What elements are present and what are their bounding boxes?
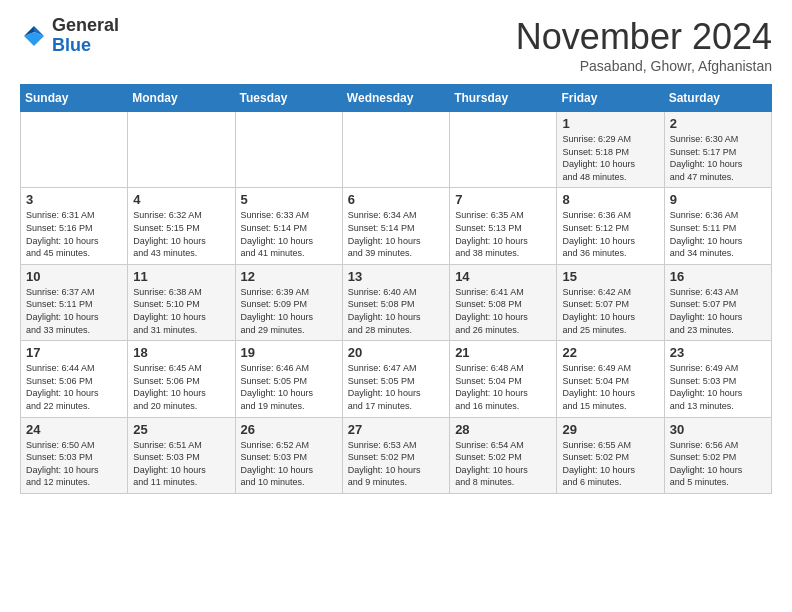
day-info: Sunrise: 6:55 AM Sunset: 5:02 PM Dayligh…	[562, 439, 658, 489]
day-info: Sunrise: 6:30 AM Sunset: 5:17 PM Dayligh…	[670, 133, 766, 183]
day-number: 22	[562, 345, 658, 360]
calendar-week-4: 24Sunrise: 6:50 AM Sunset: 5:03 PM Dayli…	[21, 417, 772, 493]
day-number: 8	[562, 192, 658, 207]
weekday-header-thursday: Thursday	[450, 85, 557, 112]
calendar-cell: 10Sunrise: 6:37 AM Sunset: 5:11 PM Dayli…	[21, 264, 128, 340]
calendar-cell: 28Sunrise: 6:54 AM Sunset: 5:02 PM Dayli…	[450, 417, 557, 493]
day-info: Sunrise: 6:35 AM Sunset: 5:13 PM Dayligh…	[455, 209, 551, 259]
calendar-cell: 29Sunrise: 6:55 AM Sunset: 5:02 PM Dayli…	[557, 417, 664, 493]
day-number: 25	[133, 422, 229, 437]
day-info: Sunrise: 6:56 AM Sunset: 5:02 PM Dayligh…	[670, 439, 766, 489]
weekday-header-sunday: Sunday	[21, 85, 128, 112]
header: General Blue November 2024 Pasaband, Gho…	[20, 16, 772, 74]
day-info: Sunrise: 6:31 AM Sunset: 5:16 PM Dayligh…	[26, 209, 122, 259]
weekday-header-tuesday: Tuesday	[235, 85, 342, 112]
logo-text: General Blue	[52, 16, 119, 56]
calendar-cell: 19Sunrise: 6:46 AM Sunset: 5:05 PM Dayli…	[235, 341, 342, 417]
calendar-cell: 12Sunrise: 6:39 AM Sunset: 5:09 PM Dayli…	[235, 264, 342, 340]
calendar-cell: 14Sunrise: 6:41 AM Sunset: 5:08 PM Dayli…	[450, 264, 557, 340]
day-info: Sunrise: 6:54 AM Sunset: 5:02 PM Dayligh…	[455, 439, 551, 489]
calendar-cell: 20Sunrise: 6:47 AM Sunset: 5:05 PM Dayli…	[342, 341, 449, 417]
day-info: Sunrise: 6:51 AM Sunset: 5:03 PM Dayligh…	[133, 439, 229, 489]
day-number: 29	[562, 422, 658, 437]
weekday-header-saturday: Saturday	[664, 85, 771, 112]
day-info: Sunrise: 6:53 AM Sunset: 5:02 PM Dayligh…	[348, 439, 444, 489]
weekday-header-monday: Monday	[128, 85, 235, 112]
day-number: 15	[562, 269, 658, 284]
calendar-week-0: 1Sunrise: 6:29 AM Sunset: 5:18 PM Daylig…	[21, 112, 772, 188]
calendar-cell: 7Sunrise: 6:35 AM Sunset: 5:13 PM Daylig…	[450, 188, 557, 264]
day-info: Sunrise: 6:43 AM Sunset: 5:07 PM Dayligh…	[670, 286, 766, 336]
calendar-cell: 18Sunrise: 6:45 AM Sunset: 5:06 PM Dayli…	[128, 341, 235, 417]
day-number: 13	[348, 269, 444, 284]
calendar-cell: 25Sunrise: 6:51 AM Sunset: 5:03 PM Dayli…	[128, 417, 235, 493]
day-number: 2	[670, 116, 766, 131]
day-number: 28	[455, 422, 551, 437]
calendar-cell: 22Sunrise: 6:49 AM Sunset: 5:04 PM Dayli…	[557, 341, 664, 417]
calendar-cell: 15Sunrise: 6:42 AM Sunset: 5:07 PM Dayli…	[557, 264, 664, 340]
calendar-cell: 26Sunrise: 6:52 AM Sunset: 5:03 PM Dayli…	[235, 417, 342, 493]
day-info: Sunrise: 6:44 AM Sunset: 5:06 PM Dayligh…	[26, 362, 122, 412]
calendar-cell: 16Sunrise: 6:43 AM Sunset: 5:07 PM Dayli…	[664, 264, 771, 340]
day-number: 3	[26, 192, 122, 207]
calendar-week-3: 17Sunrise: 6:44 AM Sunset: 5:06 PM Dayli…	[21, 341, 772, 417]
calendar-cell: 8Sunrise: 6:36 AM Sunset: 5:12 PM Daylig…	[557, 188, 664, 264]
day-number: 30	[670, 422, 766, 437]
day-number: 27	[348, 422, 444, 437]
calendar-cell	[342, 112, 449, 188]
day-number: 19	[241, 345, 337, 360]
day-info: Sunrise: 6:49 AM Sunset: 5:04 PM Dayligh…	[562, 362, 658, 412]
calendar-cell: 2Sunrise: 6:30 AM Sunset: 5:17 PM Daylig…	[664, 112, 771, 188]
day-number: 4	[133, 192, 229, 207]
calendar-cell	[128, 112, 235, 188]
day-info: Sunrise: 6:46 AM Sunset: 5:05 PM Dayligh…	[241, 362, 337, 412]
calendar-cell: 11Sunrise: 6:38 AM Sunset: 5:10 PM Dayli…	[128, 264, 235, 340]
day-number: 5	[241, 192, 337, 207]
logo-blue-label: Blue	[52, 36, 119, 56]
day-number: 24	[26, 422, 122, 437]
day-number: 20	[348, 345, 444, 360]
day-info: Sunrise: 6:52 AM Sunset: 5:03 PM Dayligh…	[241, 439, 337, 489]
calendar-cell: 27Sunrise: 6:53 AM Sunset: 5:02 PM Dayli…	[342, 417, 449, 493]
day-info: Sunrise: 6:32 AM Sunset: 5:15 PM Dayligh…	[133, 209, 229, 259]
weekday-header-friday: Friday	[557, 85, 664, 112]
day-info: Sunrise: 6:29 AM Sunset: 5:18 PM Dayligh…	[562, 133, 658, 183]
day-info: Sunrise: 6:49 AM Sunset: 5:03 PM Dayligh…	[670, 362, 766, 412]
day-info: Sunrise: 6:50 AM Sunset: 5:03 PM Dayligh…	[26, 439, 122, 489]
day-number: 10	[26, 269, 122, 284]
calendar-cell	[21, 112, 128, 188]
title-block: November 2024 Pasaband, Ghowr, Afghanist…	[516, 16, 772, 74]
calendar-cell: 13Sunrise: 6:40 AM Sunset: 5:08 PM Dayli…	[342, 264, 449, 340]
day-number: 14	[455, 269, 551, 284]
logo: General Blue	[20, 16, 119, 56]
calendar-cell: 6Sunrise: 6:34 AM Sunset: 5:14 PM Daylig…	[342, 188, 449, 264]
logo-general-label: General	[52, 16, 119, 36]
day-number: 11	[133, 269, 229, 284]
day-info: Sunrise: 6:47 AM Sunset: 5:05 PM Dayligh…	[348, 362, 444, 412]
day-number: 1	[562, 116, 658, 131]
calendar-body: 1Sunrise: 6:29 AM Sunset: 5:18 PM Daylig…	[21, 112, 772, 494]
calendar-week-1: 3Sunrise: 6:31 AM Sunset: 5:16 PM Daylig…	[21, 188, 772, 264]
day-info: Sunrise: 6:38 AM Sunset: 5:10 PM Dayligh…	[133, 286, 229, 336]
day-number: 23	[670, 345, 766, 360]
weekday-header-row: SundayMondayTuesdayWednesdayThursdayFrid…	[21, 85, 772, 112]
day-number: 16	[670, 269, 766, 284]
calendar-cell: 4Sunrise: 6:32 AM Sunset: 5:15 PM Daylig…	[128, 188, 235, 264]
month-title: November 2024	[516, 16, 772, 58]
weekday-header-wednesday: Wednesday	[342, 85, 449, 112]
calendar-cell	[235, 112, 342, 188]
calendar-week-2: 10Sunrise: 6:37 AM Sunset: 5:11 PM Dayli…	[21, 264, 772, 340]
day-info: Sunrise: 6:42 AM Sunset: 5:07 PM Dayligh…	[562, 286, 658, 336]
calendar-header: SundayMondayTuesdayWednesdayThursdayFrid…	[21, 85, 772, 112]
day-number: 6	[348, 192, 444, 207]
calendar-cell: 30Sunrise: 6:56 AM Sunset: 5:02 PM Dayli…	[664, 417, 771, 493]
day-info: Sunrise: 6:39 AM Sunset: 5:09 PM Dayligh…	[241, 286, 337, 336]
calendar-cell	[450, 112, 557, 188]
day-info: Sunrise: 6:33 AM Sunset: 5:14 PM Dayligh…	[241, 209, 337, 259]
calendar-cell: 24Sunrise: 6:50 AM Sunset: 5:03 PM Dayli…	[21, 417, 128, 493]
day-info: Sunrise: 6:36 AM Sunset: 5:11 PM Dayligh…	[670, 209, 766, 259]
day-number: 21	[455, 345, 551, 360]
day-info: Sunrise: 6:45 AM Sunset: 5:06 PM Dayligh…	[133, 362, 229, 412]
calendar-cell: 9Sunrise: 6:36 AM Sunset: 5:11 PM Daylig…	[664, 188, 771, 264]
day-number: 17	[26, 345, 122, 360]
